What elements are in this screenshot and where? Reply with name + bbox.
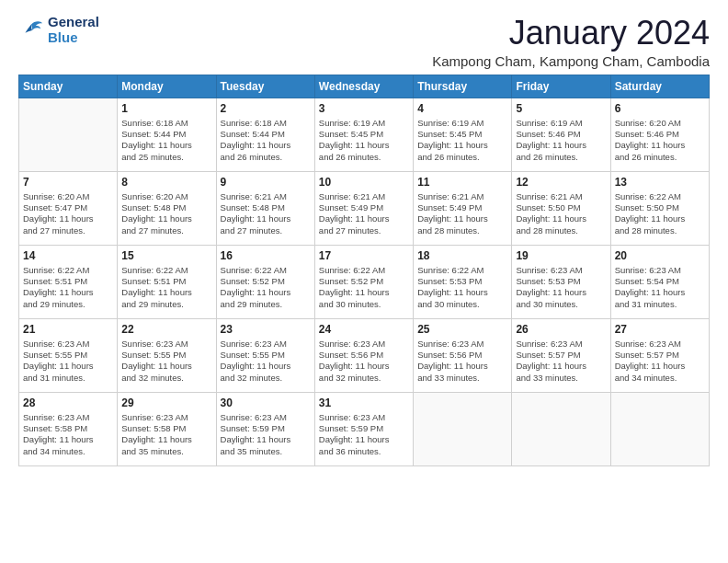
day-cell: 3Sunrise: 6:19 AM Sunset: 5:45 PM Daylig… — [314, 98, 413, 171]
day-info: Sunrise: 6:22 AM Sunset: 5:50 PM Dayligh… — [615, 191, 705, 236]
day-number: 16 — [221, 248, 311, 263]
header: General Blue January 2024 Kampong Cham, … — [18, 15, 710, 69]
day-cell: 11Sunrise: 6:21 AM Sunset: 5:49 PM Dayli… — [414, 171, 512, 245]
logo-text: General Blue — [48, 15, 99, 45]
main-title: January 2024 — [432, 15, 710, 52]
day-cell: 16Sunrise: 6:22 AM Sunset: 5:52 PM Dayli… — [216, 245, 314, 318]
day-number: 30 — [221, 396, 311, 410]
day-number: 26 — [516, 322, 606, 337]
day-number: 23 — [221, 322, 311, 337]
day-number: 22 — [121, 322, 211, 337]
day-number: 11 — [417, 175, 507, 190]
day-info: Sunrise: 6:22 AM Sunset: 5:53 PM Dayligh… — [417, 265, 507, 310]
day-cell: 18Sunrise: 6:22 AM Sunset: 5:53 PM Dayli… — [414, 245, 512, 318]
day-cell: 19Sunrise: 6:23 AM Sunset: 5:53 PM Dayli… — [512, 245, 610, 318]
day-number: 25 — [417, 322, 507, 337]
day-info: Sunrise: 6:23 AM Sunset: 5:56 PM Dayligh… — [417, 339, 507, 384]
day-cell: 28Sunrise: 6:23 AM Sunset: 5:58 PM Dayli… — [19, 392, 118, 465]
day-cell: 12Sunrise: 6:21 AM Sunset: 5:50 PM Dayli… — [512, 171, 610, 245]
day-number: 3 — [319, 101, 409, 116]
weekday-sunday: Sunday — [19, 75, 118, 98]
day-cell: 15Sunrise: 6:22 AM Sunset: 5:51 PM Dayli… — [118, 245, 216, 318]
day-number: 9 — [221, 175, 311, 190]
day-number: 7 — [23, 175, 113, 190]
page: General Blue January 2024 Kampong Cham, … — [0, 0, 728, 563]
day-info: Sunrise: 6:20 AM Sunset: 5:46 PM Dayligh… — [615, 118, 705, 163]
day-cell: 23Sunrise: 6:23 AM Sunset: 5:55 PM Dayli… — [216, 318, 314, 392]
day-info: Sunrise: 6:23 AM Sunset: 5:59 PM Dayligh… — [221, 412, 311, 457]
day-cell: 9Sunrise: 6:21 AM Sunset: 5:48 PM Daylig… — [216, 171, 314, 245]
day-number: 13 — [615, 175, 705, 190]
day-cell: 13Sunrise: 6:22 AM Sunset: 5:50 PM Dayli… — [610, 171, 709, 245]
day-cell — [512, 392, 610, 465]
day-info: Sunrise: 6:23 AM Sunset: 5:54 PM Dayligh… — [615, 265, 705, 310]
day-number: 20 — [615, 248, 705, 263]
day-info: Sunrise: 6:18 AM Sunset: 5:44 PM Dayligh… — [221, 118, 311, 163]
day-info: Sunrise: 6:22 AM Sunset: 5:51 PM Dayligh… — [121, 265, 211, 310]
week-row-0: 1Sunrise: 6:18 AM Sunset: 5:44 PM Daylig… — [19, 98, 710, 171]
day-info: Sunrise: 6:22 AM Sunset: 5:52 PM Dayligh… — [319, 265, 409, 310]
day-info: Sunrise: 6:22 AM Sunset: 5:52 PM Dayligh… — [221, 265, 311, 310]
weekday-monday: Monday — [118, 75, 216, 98]
day-number: 17 — [319, 248, 409, 263]
day-info: Sunrise: 6:19 AM Sunset: 5:45 PM Dayligh… — [417, 118, 507, 163]
title-block: January 2024 Kampong Cham, Kampong Cham,… — [432, 15, 710, 69]
day-number: 19 — [516, 248, 606, 263]
day-number: 15 — [121, 248, 211, 263]
day-number: 29 — [121, 396, 211, 410]
day-number: 24 — [319, 322, 409, 337]
day-number: 28 — [23, 396, 113, 410]
weekday-tuesday: Tuesday — [216, 75, 314, 98]
day-info: Sunrise: 6:20 AM Sunset: 5:47 PM Dayligh… — [23, 191, 113, 236]
day-info: Sunrise: 6:21 AM Sunset: 5:49 PM Dayligh… — [319, 191, 409, 236]
day-info: Sunrise: 6:23 AM Sunset: 5:59 PM Dayligh… — [319, 412, 409, 457]
day-cell: 21Sunrise: 6:23 AM Sunset: 5:55 PM Dayli… — [19, 318, 118, 392]
day-info: Sunrise: 6:21 AM Sunset: 5:49 PM Dayligh… — [417, 191, 507, 236]
week-row-3: 21Sunrise: 6:23 AM Sunset: 5:55 PM Dayli… — [19, 318, 710, 392]
day-cell: 7Sunrise: 6:20 AM Sunset: 5:47 PM Daylig… — [19, 171, 118, 245]
day-info: Sunrise: 6:22 AM Sunset: 5:51 PM Dayligh… — [23, 265, 113, 310]
day-cell: 17Sunrise: 6:22 AM Sunset: 5:52 PM Dayli… — [314, 245, 413, 318]
day-info: Sunrise: 6:23 AM Sunset: 5:57 PM Dayligh… — [615, 339, 705, 384]
day-number: 5 — [516, 101, 606, 116]
day-info: Sunrise: 6:23 AM Sunset: 5:55 PM Dayligh… — [221, 339, 311, 384]
day-cell: 27Sunrise: 6:23 AM Sunset: 5:57 PM Dayli… — [610, 318, 709, 392]
weekday-header-row: SundayMondayTuesdayWednesdayThursdayFrid… — [19, 75, 710, 98]
weekday-friday: Friday — [512, 75, 610, 98]
weekday-wednesday: Wednesday — [314, 75, 413, 98]
day-cell — [414, 392, 512, 465]
day-info: Sunrise: 6:23 AM Sunset: 5:57 PM Dayligh… — [516, 339, 606, 384]
day-cell: 4Sunrise: 6:19 AM Sunset: 5:45 PM Daylig… — [414, 98, 512, 171]
day-cell: 22Sunrise: 6:23 AM Sunset: 5:55 PM Dayli… — [118, 318, 216, 392]
day-info: Sunrise: 6:20 AM Sunset: 5:48 PM Dayligh… — [121, 191, 211, 236]
day-info: Sunrise: 6:21 AM Sunset: 5:50 PM Dayligh… — [516, 191, 606, 236]
calendar: SundayMondayTuesdayWednesdayThursdayFrid… — [18, 75, 710, 466]
logo: General Blue — [18, 15, 99, 45]
day-number: 1 — [121, 101, 211, 116]
week-row-4: 28Sunrise: 6:23 AM Sunset: 5:58 PM Dayli… — [19, 392, 710, 465]
day-cell — [610, 392, 709, 465]
week-row-2: 14Sunrise: 6:22 AM Sunset: 5:51 PM Dayli… — [19, 245, 710, 318]
day-number: 6 — [615, 101, 705, 116]
day-info: Sunrise: 6:18 AM Sunset: 5:44 PM Dayligh… — [121, 118, 211, 163]
day-info: Sunrise: 6:19 AM Sunset: 5:46 PM Dayligh… — [516, 118, 606, 163]
day-info: Sunrise: 6:21 AM Sunset: 5:48 PM Dayligh… — [221, 191, 311, 236]
weekday-thursday: Thursday — [414, 75, 512, 98]
day-info: Sunrise: 6:19 AM Sunset: 5:45 PM Dayligh… — [319, 118, 409, 163]
day-cell: 5Sunrise: 6:19 AM Sunset: 5:46 PM Daylig… — [512, 98, 610, 171]
day-cell: 1Sunrise: 6:18 AM Sunset: 5:44 PM Daylig… — [118, 98, 216, 171]
day-cell: 26Sunrise: 6:23 AM Sunset: 5:57 PM Dayli… — [512, 318, 610, 392]
day-number: 2 — [221, 101, 311, 116]
day-cell: 31Sunrise: 6:23 AM Sunset: 5:59 PM Dayli… — [314, 392, 413, 465]
logo-icon — [18, 17, 44, 43]
day-cell: 6Sunrise: 6:20 AM Sunset: 5:46 PM Daylig… — [610, 98, 709, 171]
day-cell: 30Sunrise: 6:23 AM Sunset: 5:59 PM Dayli… — [216, 392, 314, 465]
day-info: Sunrise: 6:23 AM Sunset: 5:58 PM Dayligh… — [23, 412, 113, 457]
day-number: 18 — [417, 248, 507, 263]
day-info: Sunrise: 6:23 AM Sunset: 5:55 PM Dayligh… — [23, 339, 113, 384]
day-info: Sunrise: 6:23 AM Sunset: 5:56 PM Dayligh… — [319, 339, 409, 384]
day-cell: 25Sunrise: 6:23 AM Sunset: 5:56 PM Dayli… — [414, 318, 512, 392]
day-number: 8 — [121, 175, 211, 190]
day-number: 4 — [417, 101, 507, 116]
day-number: 31 — [319, 396, 409, 410]
